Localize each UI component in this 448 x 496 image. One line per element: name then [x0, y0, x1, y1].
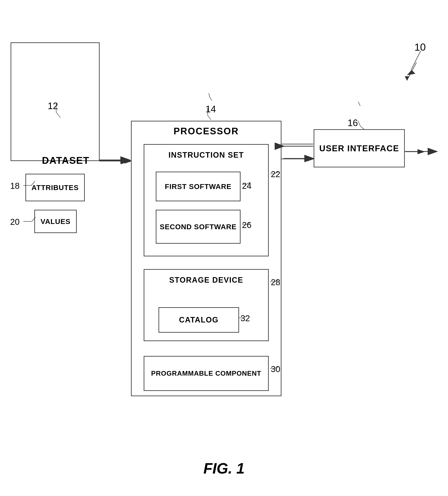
- ref-30: 30: [271, 364, 280, 374]
- svg-line-8: [407, 62, 417, 80]
- ref-12: 12: [48, 101, 58, 111]
- processor-label: PROCESSOR: [131, 123, 281, 137]
- user-interface-box: USER INTERFACE: [314, 129, 405, 167]
- svg-marker-9: [405, 76, 409, 80]
- first-software-box: FIRST SOFTWARE: [156, 172, 241, 201]
- instruction-set-label: INSTRUCTION SET: [144, 147, 269, 159]
- svg-line-24: [358, 102, 360, 106]
- svg-line-25: [411, 51, 421, 70]
- ref-label-10: 10: [415, 41, 426, 53]
- figure-label: FIG. 1: [203, 460, 245, 477]
- user-interface-label: USER INTERFACE: [319, 144, 399, 153]
- ref-26: 26: [242, 220, 251, 230]
- ref-14: 14: [206, 104, 216, 114]
- second-software-box: SECOND SOFTWARE: [156, 210, 241, 244]
- second-software-label: SECOND SOFTWARE: [160, 223, 237, 231]
- svg-marker-26: [407, 70, 415, 75]
- programmable-component-box: PROGRAMMABLE COMPONENT: [144, 356, 269, 391]
- attributes-label: ATTRIBUTES: [31, 184, 79, 192]
- storage-device-label: STORAGE DEVICE: [144, 272, 269, 285]
- catalog-box: CATALOG: [158, 307, 239, 333]
- svg-line-16: [209, 93, 210, 97]
- ref-32: 32: [241, 314, 250, 323]
- catalog-label: CATALOG: [179, 315, 219, 324]
- ref-24: 24: [242, 181, 251, 191]
- svg-line-47: [358, 121, 360, 126]
- svg-line-17: [210, 97, 212, 101]
- ref-20: 20: [10, 217, 20, 227]
- programmable-component-label: PROGRAMMABLE COMPONENT: [151, 370, 261, 377]
- svg-line-34: [208, 115, 211, 120]
- ref-28: 28: [271, 278, 280, 287]
- ref-16: 16: [348, 118, 358, 128]
- values-label: VALUES: [41, 217, 70, 226]
- first-software-label: FIRST SOFTWARE: [165, 182, 232, 191]
- ref-22: 22: [271, 170, 280, 179]
- dataset-label: DATASET: [21, 155, 110, 166]
- ref-18: 18: [10, 181, 20, 191]
- attributes-box: ATTRIBUTES: [25, 174, 85, 201]
- values-box: VALUES: [34, 210, 77, 233]
